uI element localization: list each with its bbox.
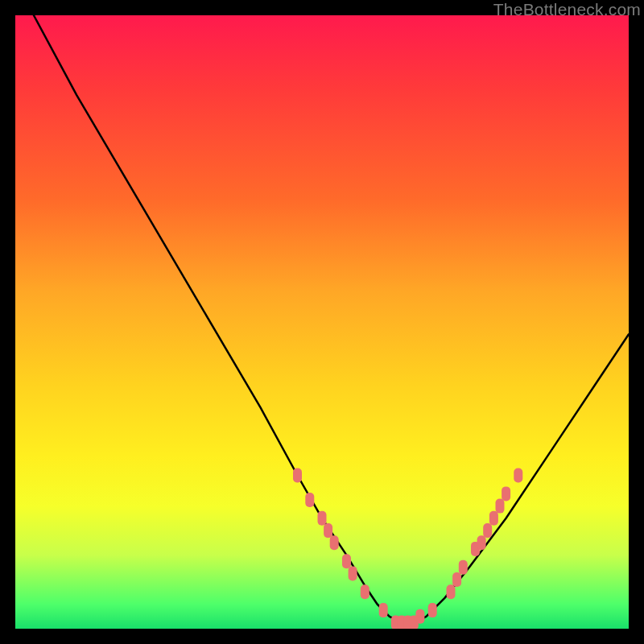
marker-point [452, 572, 461, 587]
marker-point [496, 499, 505, 514]
plot-area [15, 15, 629, 629]
marker-point [361, 584, 369, 599]
marker-point [459, 560, 468, 575]
marker-point [318, 511, 327, 526]
marker-point [514, 469, 522, 483]
marker-point [330, 535, 339, 550]
marker-point [379, 603, 388, 617]
marker-point [483, 523, 492, 538]
watermark-text: TheBottleneck.com [493, 0, 641, 19]
marker-point [447, 584, 456, 599]
marker-point [293, 469, 302, 483]
marker-point [349, 566, 357, 580]
marker-point [477, 535, 486, 550]
chart-frame: TheBottleneck.com [0, 0, 644, 644]
marker-point [415, 609, 424, 624]
marker-point [428, 603, 437, 617]
marker-point [342, 554, 351, 568]
marker-point [324, 523, 332, 538]
chart-svg [15, 15, 629, 629]
marker-point [502, 486, 510, 501]
marker-point [489, 511, 498, 526]
marker-point [305, 493, 314, 507]
